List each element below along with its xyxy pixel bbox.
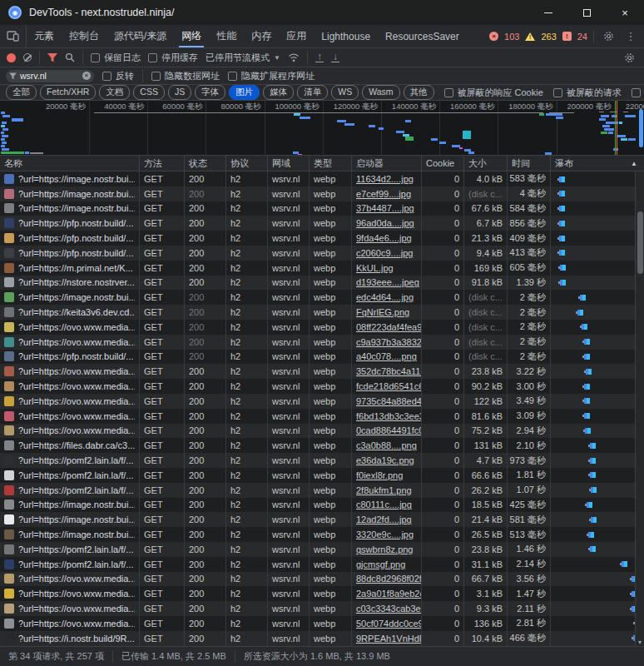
chip-清单[interactable]: 清单: [297, 85, 328, 100]
table-row[interactable]: ?url=https://files.dabr.ca/c3...GET200h2…: [0, 438, 644, 453]
clear-button[interactable]: [23, 53, 32, 62]
table-row[interactable]: ?url=https://pfp.nostr.build/...GET200h2…: [0, 216, 644, 231]
tab-控制台[interactable]: 控制台: [62, 25, 107, 47]
initiator-link[interactable]: 9fda4e6....jpg: [356, 233, 412, 243]
initiator-link[interactable]: 37b4487....jpg: [356, 203, 414, 213]
initiator-link[interactable]: e7cef99....jpg: [356, 189, 411, 199]
scrollbar-down-arrow[interactable]: ▼: [636, 639, 644, 645]
column-header-type[interactable]: 类型: [310, 156, 352, 171]
table-row[interactable]: ?url=https://i.nostr.build/9R...GET200h2…: [0, 631, 644, 646]
table-row[interactable]: ?url=https://image.nostr.bui...GET200h2w…: [0, 512, 644, 527]
tab-ResourcesSaver[interactable]: ResourcesSaver: [378, 25, 467, 47]
tab-元素[interactable]: 元素: [27, 25, 62, 47]
table-row[interactable]: ?url=https://ovo.wxw.media...GET200h2wsr…: [0, 572, 644, 587]
table-row[interactable]: ?url=https://ovo.wxw.media...GET200h2wsr…: [0, 586, 644, 601]
chip-Fetch/XHR[interactable]: Fetch/XHR: [40, 85, 96, 100]
table-row[interactable]: ?url=https://keita3v6.dev.cd...GET200h2w…: [0, 305, 644, 320]
column-header-waterfall[interactable]: 瀑布▲: [551, 156, 644, 171]
table-row[interactable]: ?url=https://pomf2.lain.la/f/...GET200h2…: [0, 453, 644, 468]
initiator-link[interactable]: e36da19c.png: [356, 455, 414, 465]
blocked-requests-checkbox[interactable]: 被屏蔽的请求: [553, 87, 622, 99]
initiator-link[interactable]: 0cad8864491fc0: [356, 425, 422, 435]
initiator-link[interactable]: 9735c84a88ed48: [356, 396, 422, 406]
initiator-link[interactable]: 2f8ukfm1.png: [356, 485, 412, 495]
tab-Lighthouse[interactable]: Lighthouse: [314, 25, 378, 47]
console-errors-count[interactable]: 103: [504, 32, 519, 42]
device-toolbar-button[interactable]: [0, 25, 27, 47]
table-row[interactable]: ?url=https://ovo.wxw.media...GET200h2wsr…: [0, 424, 644, 439]
initiator-link[interactable]: 88dc8d2968f02f: [356, 574, 422, 584]
initiator-link[interactable]: f6bd13db3c3ee3: [356, 411, 422, 421]
table-row[interactable]: ?url=https://image.nostr.bui...GET200h2w…: [0, 171, 644, 186]
network-conditions-icon[interactable]: [288, 52, 300, 62]
table-row[interactable]: ?url=https://pomf2.lain.la/f/...GET200h2…: [0, 542, 644, 557]
column-header-name[interactable]: 名称: [0, 156, 140, 171]
chip-图片[interactable]: 图片: [229, 85, 260, 100]
initiator-link[interactable]: 12ad2fd....jpg: [356, 514, 412, 524]
table-row[interactable]: ?url=https://ovo.wxw.media...GET200h2wsr…: [0, 335, 644, 350]
issues-count[interactable]: 24: [577, 32, 587, 42]
issues-icon[interactable]: !: [562, 32, 572, 41]
table-row[interactable]: ?url=https://image.nostr.bui...GET200h2w…: [0, 290, 644, 305]
chip-Wasm[interactable]: Wasm: [362, 85, 399, 100]
initiator-link[interactable]: c2060c9....jpg: [356, 248, 414, 258]
blocked-cookies-checkbox[interactable]: 被屏蔽的响应 Cookie: [444, 87, 543, 99]
initiator-link[interactable]: c3a0b88....png: [356, 440, 417, 450]
initiator-link[interactable]: edc4d64....jpg: [356, 292, 414, 302]
throttling-select[interactable]: 已停用节流模式 ▼: [206, 52, 280, 64]
column-header-size[interactable]: 大小: [464, 156, 508, 171]
initiator-link[interactable]: qswbrn8z.png: [356, 544, 414, 554]
chip-文档[interactable]: 文档: [99, 85, 130, 100]
table-row[interactable]: ?url=https://ovo.wxw.media...GET200h2wsr…: [0, 379, 644, 394]
chip-WS[interactable]: WS: [331, 85, 359, 100]
console-errors-icon[interactable]: ×: [489, 32, 498, 41]
initiator-link[interactable]: FqNrlEG.png: [356, 307, 409, 317]
table-row[interactable]: ?url=https://pfp.nostr.build/...GET200h2…: [0, 231, 644, 246]
console-warnings-icon[interactable]: !: [525, 32, 535, 41]
table-row[interactable]: ?url=https://ovo.wxw.media...GET200h2wsr…: [0, 601, 644, 616]
minimize-button[interactable]: [529, 0, 567, 25]
disable-cache-checkbox[interactable]: 停用缓存: [148, 52, 198, 64]
initiator-link[interactable]: d193eee....jpeg: [356, 277, 419, 287]
column-header-status[interactable]: 状态: [185, 156, 226, 171]
column-header-initiator[interactable]: 启动器: [352, 156, 422, 171]
initiator-link[interactable]: fcde218d6541c6: [356, 381, 422, 391]
filter-input[interactable]: wsrv.nl ✕: [6, 70, 94, 82]
table-row[interactable]: ?url=https://ovo.wxw.media...GET200h2wsr…: [0, 409, 644, 424]
tab-网络[interactable]: 网络: [174, 25, 209, 47]
chip-全部[interactable]: 全部: [6, 85, 37, 100]
initiator-link[interactable]: 96ad0da....jpg: [356, 218, 414, 228]
initiator-link[interactable]: f0iexl8r.png: [356, 470, 403, 480]
maximize-button[interactable]: [567, 0, 606, 25]
chip-媒体[interactable]: 媒体: [263, 85, 294, 100]
table-row[interactable]: ?url=https://pomf2.lain.la/f/...GET200h2…: [0, 557, 644, 572]
initiator-link[interactable]: 3320e9c....jpg: [356, 529, 414, 539]
initiator-link[interactable]: 352dc78bc4a11e: [356, 366, 422, 376]
chip-JS[interactable]: JS: [168, 85, 191, 100]
initiator-link[interactable]: c9a937b3a3832d: [356, 337, 422, 347]
third-party-checkbox[interactable]: 第三方请求: [632, 87, 644, 99]
initiator-link[interactable]: c03c3343cab3ee: [356, 604, 422, 614]
chip-CSS[interactable]: CSS: [133, 85, 165, 100]
tab-内存[interactable]: 内存: [244, 25, 279, 47]
table-row[interactable]: ?url=https://ovo.wxw.media...GET200h2wsr…: [0, 394, 644, 409]
table-row[interactable]: ?url=https://pomf2.lain.la/f/...GET200h2…: [0, 468, 644, 483]
table-row[interactable]: ?url=https://pomf2.lain.la/f/...GET200h2…: [0, 483, 644, 498]
console-warnings-count[interactable]: 263: [541, 32, 556, 42]
hide-extension-urls-checkbox[interactable]: 隐藏扩展程序网址: [228, 70, 315, 82]
kebab-menu-icon[interactable]: ⋮: [622, 28, 639, 45]
chip-其他[interactable]: 其他: [404, 85, 434, 100]
table-row[interactable]: ?url=https://pfp.nostr.build/...GET200h2…: [0, 350, 644, 365]
record-button[interactable]: [7, 53, 16, 62]
tab-性能[interactable]: 性能: [209, 25, 244, 47]
column-header-time[interactable]: 时间: [508, 156, 551, 171]
initiator-link[interactable]: 50cf074ddc0ce9: [356, 619, 422, 629]
initiator-link[interactable]: 2a9a01f8a9eb2c: [356, 589, 422, 599]
network-overview-timeline[interactable]: 20000 毫秒40000 毫秒60000 毫秒80000 毫秒100000 毫…: [0, 101, 644, 156]
initiator-link[interactable]: gjcmsgf.png: [356, 559, 405, 569]
table-row[interactable]: ?url=https://nstore.nostrver....GET200h2…: [0, 276, 644, 291]
initiator-link[interactable]: KkUL.jpg: [356, 263, 394, 273]
table-row[interactable]: ?url=https://ovo.wxw.media...GET200h2wsr…: [0, 616, 644, 631]
network-settings-gear-icon[interactable]: [621, 49, 637, 66]
hide-data-urls-checkbox[interactable]: 隐藏数据网址: [151, 70, 220, 82]
